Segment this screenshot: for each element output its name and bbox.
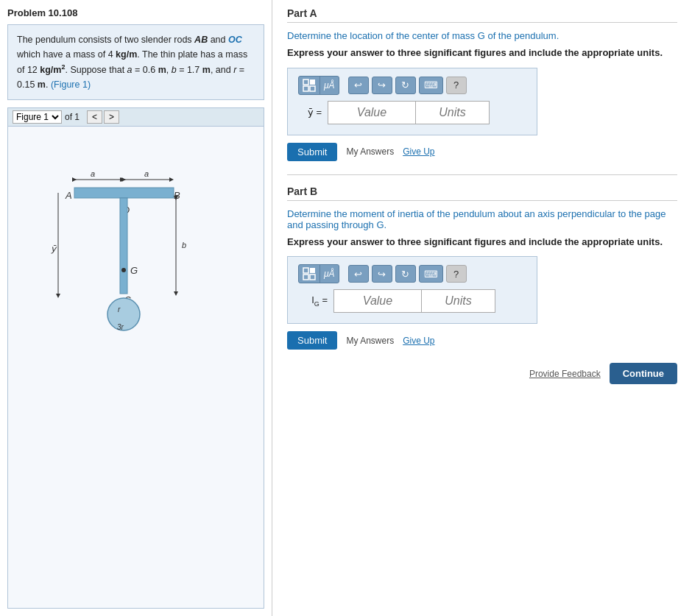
figure-of-label: of 1 (65, 112, 80, 122)
part-a-input-row: ȳ = (298, 101, 526, 124)
part-b-keyboard-btn[interactable]: ⌨ (419, 265, 443, 283)
stmt-text1: The pendulum consists of two slender rod… (17, 35, 247, 90)
part-a-units-input[interactable] (416, 101, 490, 124)
svg-rect-5 (303, 79, 308, 85)
part-b-input-row: IG = (298, 289, 526, 313)
svg-rect-11 (310, 275, 315, 280)
part-b-title: Part B (287, 185, 677, 201)
part-b-section: Part B Determine the moment of inertia o… (287, 185, 677, 350)
part-b-instruction: Express your answer to three significant… (287, 235, 677, 249)
part-a-value-input[interactable] (328, 101, 416, 124)
svg-rect-9 (303, 268, 308, 273)
label-b: b (182, 241, 186, 249)
part-b-matrix-group[interactable]: μÅ (298, 264, 339, 283)
part-b-submit-btn[interactable]: Submit (287, 331, 337, 350)
part-a-instruction: Express your answer to three significant… (287, 46, 677, 60)
part-a-toolbar: μÅ ↩ ↪ ↻ ⌨ ? (298, 76, 526, 95)
part-a-keyboard-btn[interactable]: ⌨ (419, 77, 443, 94)
stmt-OC: OC (228, 35, 242, 45)
part-b-undo-btn[interactable]: ↩ (348, 265, 369, 283)
part-b-question: Determine the moment of inertia of the p… (287, 208, 677, 230)
figure-area: A B O a a G (7, 126, 264, 609)
part-a-answer-box: μÅ ↩ ↪ ↻ ⌨ ? ȳ = (287, 68, 537, 135)
svg-rect-7 (310, 86, 315, 91)
right-panel: Part A Determine the location of the cen… (272, 0, 692, 616)
svg-rect-12 (303, 275, 308, 280)
label-B: B (174, 190, 180, 201)
part-a-section: Part A Determine the location of the cen… (287, 7, 677, 161)
part-b-my-answers[interactable]: My Answers (346, 336, 394, 346)
stmt-b: b (172, 65, 177, 75)
part-a-my-answers[interactable]: My Answers (346, 146, 394, 157)
part-b-units-input[interactable] (422, 289, 495, 313)
part-b-refresh-btn[interactable]: ↻ (395, 265, 416, 283)
stmt-r: r (233, 65, 236, 75)
stmt-m3: m (38, 79, 46, 90)
part-a-question: Determine the location of the center of … (287, 30, 677, 41)
figure-svg: A B O a a G (8, 127, 258, 333)
figure-prev-btn[interactable]: < (87, 110, 102, 124)
stmt-m1: m (158, 65, 166, 75)
label-G: G (130, 265, 138, 276)
G-dot (121, 268, 126, 272)
part-b-give-up[interactable]: Give Up (403, 336, 434, 346)
part-a-submit-row: Submit My Answers Give Up (287, 143, 677, 161)
problem-title: Problem 10.108 (7, 7, 264, 18)
stmt-mass1: kg/m (116, 49, 137, 60)
part-a-matrix-icon[interactable] (299, 77, 320, 94)
part-b-help-btn[interactable]: ? (446, 265, 467, 283)
part-b-redo-btn[interactable]: ↪ (372, 265, 392, 283)
part-b-value-input[interactable] (333, 289, 422, 313)
provide-feedback-link[interactable]: Provide Feedback (529, 369, 601, 379)
label-3r: 3r (117, 323, 124, 331)
figure-select[interactable]: Figure 1 (13, 110, 62, 124)
page-layout: Problem 10.108 The pendulum consists of … (0, 0, 692, 616)
continue-btn[interactable]: Continue (610, 363, 677, 384)
part-divider (287, 174, 677, 175)
svg-rect-8 (303, 86, 308, 91)
rod-OC (120, 198, 127, 294)
stmt-m2: m (202, 65, 211, 75)
label-a-left: a (91, 169, 95, 178)
part-a-help-btn[interactable]: ? (446, 77, 467, 94)
plate-AB (74, 188, 174, 198)
left-panel: Problem 10.108 The pendulum consists of … (0, 0, 272, 616)
problem-statement: The pendulum consists of two slender rod… (7, 24, 264, 100)
label-a-right: a (144, 169, 149, 178)
bottom-actions: Provide Feedback Continue (287, 363, 677, 384)
part-b-matrix-icon[interactable] (299, 265, 320, 283)
stmt-a: a (127, 65, 133, 75)
part-b-mu-icon[interactable]: μÅ (320, 265, 339, 283)
part-a-mu-icon[interactable]: μÅ (320, 77, 339, 94)
svg-rect-6 (310, 79, 315, 85)
part-a-title: Part A (287, 7, 677, 23)
part-b-submit-row: Submit My Answers Give Up (287, 331, 677, 350)
part-a-refresh-btn[interactable]: ↻ (395, 77, 416, 94)
svg-rect-10 (310, 268, 315, 273)
part-a-give-up[interactable]: Give Up (403, 146, 434, 157)
label-A: A (65, 190, 72, 201)
part-a-input-label: ȳ = (298, 107, 322, 118)
part-a-submit-btn[interactable]: Submit (287, 143, 337, 161)
figure-next-btn[interactable]: > (104, 110, 119, 124)
part-b-toolbar: μÅ ↩ ↪ ↻ ⌨ ? (298, 264, 526, 283)
figure-link[interactable]: (Figure 1) (51, 79, 91, 90)
stmt-mass2: kg/m2 (40, 65, 65, 75)
part-b-answer-box: μÅ ↩ ↪ ↻ ⌨ ? IG = (287, 256, 537, 324)
part-a-redo-btn[interactable]: ↪ (372, 77, 392, 94)
part-a-undo-btn[interactable]: ↩ (348, 77, 369, 94)
part-a-matrix-group[interactable]: μÅ (298, 76, 339, 95)
stmt-AB: AB (194, 35, 208, 45)
part-b-input-label: IG = (298, 294, 328, 308)
figure-bar: Figure 1 of 1 < > (7, 107, 264, 126)
circle-bob (107, 298, 140, 330)
